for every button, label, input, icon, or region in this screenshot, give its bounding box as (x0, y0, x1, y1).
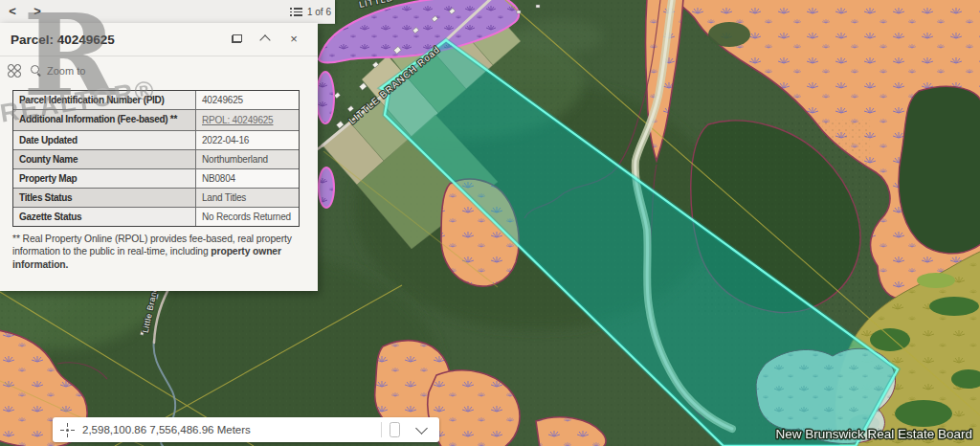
crosshair-icon (60, 423, 75, 437)
pager-label: 1 of 6 (307, 7, 331, 17)
popup-actions: Zoom to (0, 56, 318, 83)
parcel-popup: Parcel: 40249625 × Zoom to Parcel Identi… (0, 23, 318, 291)
row-value: 2022-04-16 (196, 131, 299, 149)
row-label: Property Map (13, 169, 196, 188)
magnifier-icon (31, 65, 42, 77)
popup-header: Parcel: 40249625 × (0, 23, 318, 56)
chevron-up-icon (259, 34, 270, 45)
next-feature-button[interactable]: > (25, 0, 50, 23)
zoom-to-button[interactable]: Zoom to (31, 65, 85, 77)
row-label: Titles Status (13, 189, 196, 207)
attribute-table: Parcel Identification Number (PID) 40249… (12, 90, 300, 227)
mobile-locate-toggle[interactable] (390, 422, 400, 437)
table-row: Date Updated 2022-04-16 (13, 131, 299, 150)
table-row: Gazette Status No Records Returned (13, 208, 299, 226)
popup-title: Parcel: 40249625 (11, 33, 222, 47)
dock-button[interactable] (222, 23, 251, 56)
parcel-map-viewer: LITTLE BRANCH Road LITTLE Little Branch … (0, 0, 980, 446)
feature-pager[interactable]: 1 of 6 (290, 7, 335, 17)
row-label: County Name (13, 150, 196, 168)
row-value: No Records Returned (196, 208, 299, 226)
coordinate-readout: 2,598,100.86 7,556,486.96 Meters (82, 424, 381, 435)
row-value: Northumberland (196, 150, 299, 168)
table-row: Additional Information (Fee-based) ** RP… (13, 110, 299, 131)
feature-list-icon (290, 7, 302, 16)
row-label: Gazette Status (13, 208, 196, 226)
popup-toolbar: < > 1 of 6 (0, 0, 335, 24)
rpol-footnote: ** Real Property Online (RPOL) provides … (0, 227, 318, 272)
close-button[interactable]: × (279, 23, 308, 56)
row-value: NB0804 (196, 169, 299, 188)
zoom-to-label: Zoom to (47, 65, 85, 77)
table-row: Parcel Identification Number (PID) 40249… (13, 91, 299, 110)
actions-menu-icon[interactable] (8, 64, 21, 78)
previous-feature-button[interactable]: < (0, 0, 25, 23)
dock-icon (232, 34, 242, 43)
divider (381, 422, 382, 437)
row-value: Land Titles (196, 189, 299, 207)
row-value: 40249625 (196, 91, 299, 109)
map-attribution: New Brunswick Real Estate Board (775, 427, 972, 441)
row-label: Additional Information (Fee-based) ** (13, 110, 196, 130)
chevron-down-icon[interactable] (415, 422, 428, 435)
rpol-link[interactable]: RPOL: 40249625 (202, 115, 273, 125)
table-row: Titles Status Land Titles (13, 189, 299, 208)
coordinate-bar: 2,598,100.86 7,556,486.96 Meters (53, 417, 439, 442)
row-label: Date Updated (13, 131, 196, 149)
table-row: County Name Northumberland (13, 150, 299, 169)
row-label: Parcel Identification Number (PID) (13, 91, 196, 109)
collapse-button[interactable] (251, 23, 279, 56)
table-row: Property Map NB0804 (13, 169, 299, 189)
